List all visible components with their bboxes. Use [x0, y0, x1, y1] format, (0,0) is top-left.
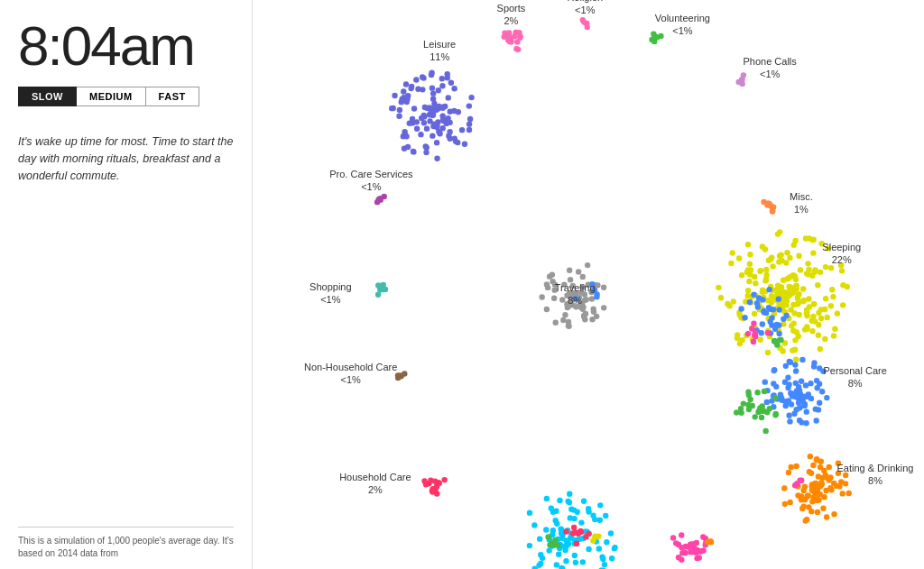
fast-button[interactable]: FAST — [146, 87, 199, 106]
left-panel: 8:04am SLOW MEDIUM FAST It's wake up tim… — [0, 0, 253, 569]
description: It's wake up time for most. Time to star… — [18, 133, 234, 184]
slow-button[interactable]: SLOW — [18, 87, 77, 106]
footnote: This is a simulation of 1,000 people's a… — [18, 527, 234, 560]
medium-button[interactable]: MEDIUM — [77, 87, 146, 106]
time-display: 8:04am — [18, 18, 234, 74]
speed-controls[interactable]: SLOW MEDIUM FAST — [18, 87, 234, 106]
dot-canvas — [253, 0, 924, 569]
visualization-panel — [253, 0, 924, 569]
